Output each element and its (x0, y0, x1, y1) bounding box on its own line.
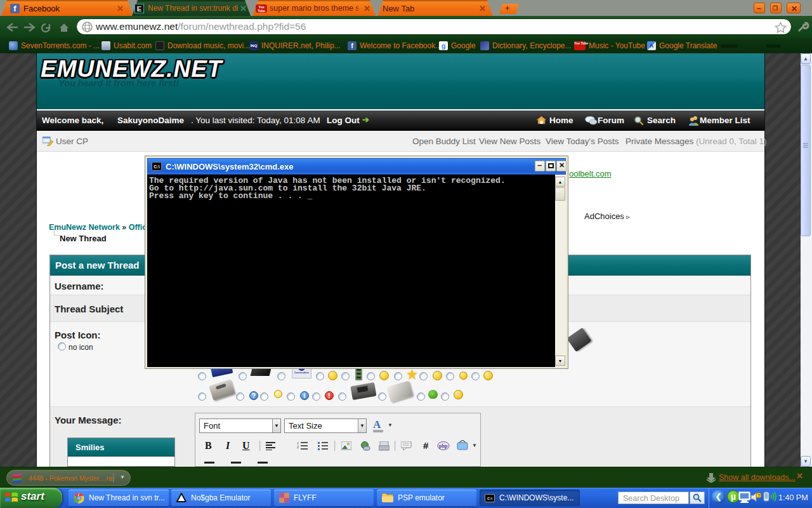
svg-text:2: 2 (297, 445, 299, 449)
svg-text:?: ? (758, 493, 761, 498)
svg-text:php: php (439, 443, 448, 449)
